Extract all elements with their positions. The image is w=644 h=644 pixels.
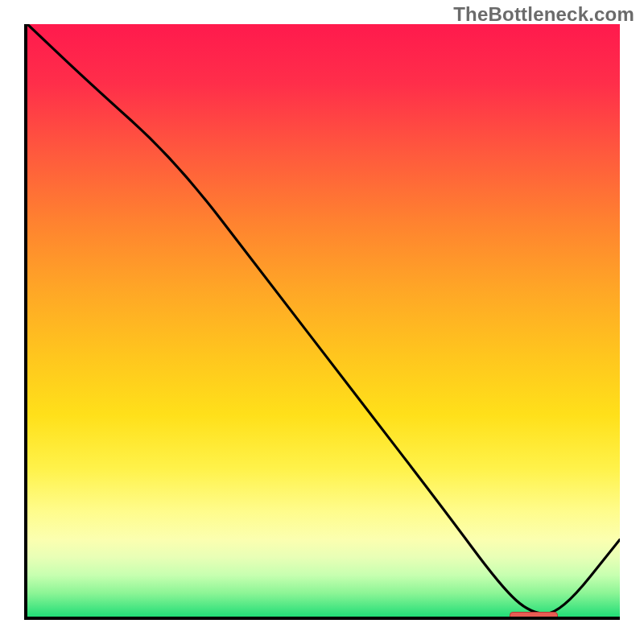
bottleneck-curve-line bbox=[27, 24, 620, 613]
line-chart-svg bbox=[27, 24, 620, 617]
plot-area bbox=[24, 24, 620, 620]
optimal-range-marker bbox=[510, 612, 557, 620]
watermark-label: TheBottleneck.com bbox=[453, 3, 634, 26]
chart-container: TheBottleneck.com bbox=[0, 0, 644, 644]
